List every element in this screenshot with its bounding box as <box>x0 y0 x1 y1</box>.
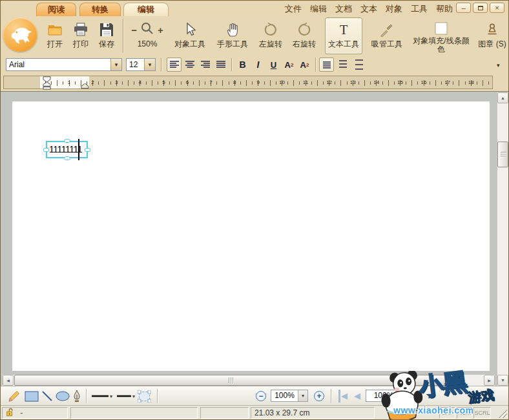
save-button[interactable]: 保存 <box>94 17 119 54</box>
zoom-cluster: − + 150% <box>125 17 170 54</box>
subscript-label: A <box>300 60 306 70</box>
open-label: 打开 <box>47 40 63 48</box>
eyedropper-label: 吸管工具 <box>371 40 402 48</box>
zoom-out-button[interactable]: − <box>255 389 267 403</box>
open-button[interactable]: 打开 <box>43 17 67 54</box>
hand-tool-button[interactable]: 手形工具 <box>214 17 251 54</box>
menu-object[interactable]: 对象 <box>386 3 402 16</box>
tab-convert[interactable]: 转换 <box>79 3 121 16</box>
align-right-button[interactable] <box>198 58 213 72</box>
stamp-button[interactable]: 图章 (S) <box>476 17 508 54</box>
line-end-style-dropdown[interactable]: ▾ <box>115 389 137 403</box>
line-spacing-double-button[interactable] <box>351 58 366 72</box>
toolbar-options-chevron[interactable]: ▾ <box>497 62 500 68</box>
close-button[interactable]: × <box>490 3 504 13</box>
color-swatch-icon <box>435 21 448 35</box>
ruler[interactable]: 123456789101112131415161718 <box>3 76 493 89</box>
underline-button[interactable]: U <box>266 58 281 72</box>
menu-document[interactable]: 文档 <box>335 3 352 16</box>
pencil-tool-button[interactable] <box>7 389 21 403</box>
ruler-bar: 123456789101112131415161718 <box>1 74 508 91</box>
text-tool-button[interactable]: T 文本工具 <box>325 17 362 54</box>
chevron-down-icon[interactable]: ▾ <box>144 59 155 70</box>
menu-file[interactable]: 文件 <box>285 3 302 16</box>
window-resize-grip[interactable] <box>499 410 507 418</box>
page-number-value: 100% <box>366 390 401 401</box>
font-size-combo[interactable]: 12 ▾ <box>126 58 156 71</box>
vertical-scroll-thumb[interactable] <box>497 142 508 167</box>
resize-handle-top[interactable] <box>64 139 70 143</box>
page-canvas[interactable]: 11111111 <box>12 101 490 371</box>
app-logo[interactable] <box>3 17 37 52</box>
ruler-numbers: 123456789101112131415161718 <box>4 76 492 89</box>
rotate-right-icon <box>297 21 311 38</box>
print-button[interactable]: 打印 <box>68 17 93 54</box>
fill-line-color-button[interactable]: 对象填充/线条颜色 <box>410 17 472 54</box>
chevron-down-icon: ▾ <box>132 394 135 399</box>
ruler-number: 16 <box>421 79 427 85</box>
zoom-in-button[interactable]: + <box>313 389 325 403</box>
font-family-combo[interactable]: Arial ▾ <box>6 58 122 71</box>
zoom-level-value: 100% <box>271 390 298 401</box>
zoom-in-button[interactable]: + <box>158 25 163 36</box>
pen-tool-button[interactable] <box>70 389 83 403</box>
zoom-out-button[interactable]: − <box>131 25 137 36</box>
first-page-button[interactable]: ◀ <box>337 389 349 403</box>
align-left-button[interactable] <box>167 58 182 72</box>
eyedropper-tool-button[interactable]: 吸管工具 <box>368 17 406 54</box>
minimize-icon: – <box>461 4 465 12</box>
text-tool-icon: T <box>340 21 348 38</box>
scroll-left-button[interactable]: ◀ <box>3 375 14 386</box>
menu-edit[interactable]: 编辑 <box>310 3 327 16</box>
rotate-left-button[interactable]: 左旋转 <box>255 17 286 54</box>
ellipse-tool-button[interactable] <box>55 389 70 403</box>
minimize-button[interactable]: – <box>456 3 471 13</box>
subscript-button[interactable]: A2 <box>297 58 312 72</box>
chevron-down-icon[interactable]: ▾ <box>110 59 121 70</box>
right-indent-marker[interactable] <box>81 83 89 89</box>
line-spacing-15-button[interactable] <box>335 58 350 72</box>
vertical-scrollbar[interactable]: ▲ ▼ <box>497 92 509 386</box>
format-bar: Arial ▾ 12 ▾ B I U A2 A2 <box>1 56 508 74</box>
previous-page-button[interactable]: ◀ <box>351 389 363 403</box>
scroll-right-button[interactable]: ▶ <box>484 375 495 386</box>
folder-open-icon <box>47 21 63 38</box>
subscript-mark: 2 <box>306 62 309 68</box>
tab-edit[interactable]: 编辑 <box>123 3 169 16</box>
menu-text[interactable]: 文本 <box>360 3 377 16</box>
close-icon: × <box>495 4 499 12</box>
align-justify-button[interactable] <box>213 58 228 72</box>
lock-dropdown[interactable]: - <box>20 408 23 417</box>
ruler-number: 15 <box>397 79 403 85</box>
line-spacing-single-button[interactable] <box>319 58 334 72</box>
selection-style-button[interactable] <box>136 389 152 403</box>
line-style-dropdown[interactable]: ▾ <box>90 389 114 403</box>
menu-help[interactable]: 帮助 <box>436 3 453 16</box>
text-tool-label: 文本工具 <box>328 40 359 48</box>
rectangle-tool-button[interactable] <box>24 389 39 403</box>
resize-handle-right[interactable] <box>85 148 90 152</box>
tab-read[interactable]: 阅读 <box>36 3 76 16</box>
menu-tools[interactable]: 工具 <box>411 3 428 16</box>
scroll-down-button[interactable]: ▼ <box>497 375 508 386</box>
scroll-up-button[interactable]: ▲ <box>497 92 508 103</box>
italic-button[interactable]: I <box>251 58 265 72</box>
chevron-down-icon[interactable]: ▾ <box>298 390 307 401</box>
object-tool-button[interactable]: 对象工具 <box>171 17 209 54</box>
line-tool-button[interactable] <box>41 389 54 403</box>
horizontal-scrollbar[interactable]: ◀ ▶ <box>2 374 495 386</box>
left-indent-marker[interactable] <box>43 82 51 90</box>
zoom-level-combo[interactable]: 100% ▾ <box>271 390 308 402</box>
italic-label: I <box>257 59 260 70</box>
printer-icon <box>73 21 88 38</box>
superscript-button[interactable]: A2 <box>282 58 296 72</box>
horizontal-scroll-thumb[interactable] <box>14 375 448 386</box>
maximize-button[interactable] <box>473 3 488 13</box>
selected-text-box[interactable]: 11111111 <box>46 141 88 158</box>
align-center-button[interactable] <box>182 58 197 72</box>
page-number-field[interactable]: 100% <box>366 390 402 402</box>
bold-button[interactable]: B <box>235 58 250 72</box>
resize-handle-left[interactable] <box>43 148 49 152</box>
resize-handle-bottom[interactable] <box>64 156 70 160</box>
rotate-right-button[interactable]: 右旋转 <box>289 17 320 54</box>
